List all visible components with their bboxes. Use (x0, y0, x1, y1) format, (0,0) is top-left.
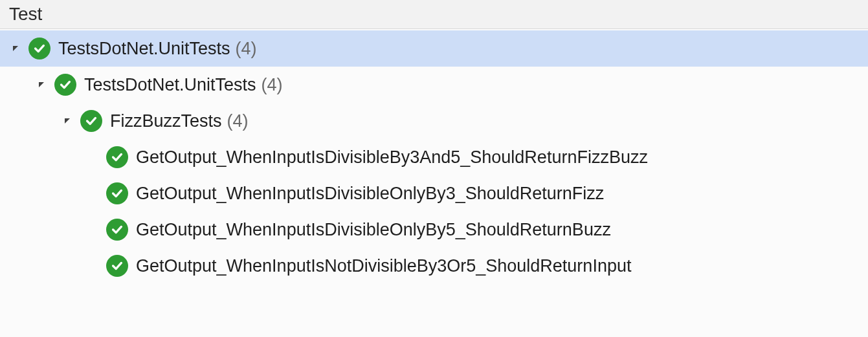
tree-row-test[interactable]: GetOutput_WhenInputIsDivisibleBy3And5_Sh… (0, 139, 868, 175)
status-passed-icon (106, 182, 128, 204)
node-label: FizzBuzzTests (110, 111, 222, 131)
tree-row-class[interactable]: FizzBuzzTests (4) (0, 103, 868, 139)
node-count: (4) (262, 75, 283, 95)
node-label: GetOutput_WhenInputIsDivisibleBy3And5_Sh… (136, 147, 648, 168)
node-label: TestsDotNet.UnitTests (84, 75, 256, 95)
status-passed-icon (80, 110, 102, 132)
node-label: GetOutput_WhenInputIsNotDivisibleBy3Or5_… (136, 256, 631, 276)
node-label: TestsDotNet.UnitTests (58, 39, 230, 59)
node-count: (4) (227, 111, 249, 131)
status-passed-icon (106, 255, 128, 277)
expand-collapse-icon[interactable] (61, 114, 74, 127)
node-label: GetOutput_WhenInputIsDivisibleOnlyBy3_Sh… (136, 184, 604, 204)
node-count: (4) (236, 39, 257, 59)
column-header-test[interactable]: Test (0, 0, 868, 29)
column-header-label: Test (9, 4, 42, 24)
tree-row-project[interactable]: TestsDotNet.UnitTests (4) (0, 30, 868, 67)
test-tree: TestsDotNet.UnitTests (4) TestsDotNet.Un… (0, 29, 868, 284)
tree-row-namespace[interactable]: TestsDotNet.UnitTests (4) (0, 67, 868, 103)
node-label: GetOutput_WhenInputIsDivisibleOnlyBy5_Sh… (136, 220, 611, 240)
status-passed-icon (54, 74, 76, 96)
expand-collapse-icon[interactable] (9, 42, 22, 55)
tree-row-test[interactable]: GetOutput_WhenInputIsDivisibleOnlyBy5_Sh… (0, 212, 868, 248)
expand-collapse-icon[interactable] (35, 78, 48, 91)
status-passed-icon (106, 146, 128, 168)
status-passed-icon (28, 38, 50, 60)
status-passed-icon (106, 219, 128, 241)
tree-row-test[interactable]: GetOutput_WhenInputIsDivisibleOnlyBy3_Sh… (0, 175, 868, 212)
tree-row-test[interactable]: GetOutput_WhenInputIsNotDivisibleBy3Or5_… (0, 248, 868, 284)
